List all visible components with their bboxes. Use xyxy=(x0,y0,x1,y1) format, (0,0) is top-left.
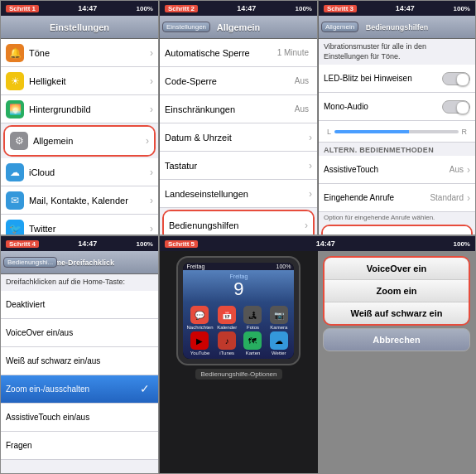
list-item-twitter[interactable]: 🐦 Twitter › xyxy=(1,215,158,235)
list-item-voiceover-opt[interactable]: VoiceOver ein/aus xyxy=(1,319,158,347)
assistivetouch-value: Aus xyxy=(450,165,464,174)
toene-icon: 🔔 xyxy=(6,44,24,62)
list-item-led[interactable]: LED-Blitz bei Hinweisen xyxy=(319,65,475,93)
mail-chevron: › xyxy=(150,195,153,206)
assistive-opt-label: AssistiveTouch ein/aus xyxy=(6,413,153,422)
app-karten[interactable]: 🗺 Karten xyxy=(241,331,265,356)
battery-4: 100% xyxy=(137,240,153,248)
list-item-assistivetouch[interactable]: AssistiveTouch Aus › xyxy=(319,156,475,184)
action-sheet-area: VoiceOver ein Zoom ein Weiß auf schwarz … xyxy=(318,251,475,473)
step-label-5: Schritt 5 xyxy=(165,240,198,248)
twitter-icon: 🐦 xyxy=(6,220,24,235)
list-item-helligkeit[interactable]: ☀ Helligkeit › xyxy=(1,67,158,95)
nav-title-2: Allgemein xyxy=(217,22,261,32)
tastatur-chevron: › xyxy=(309,160,312,172)
date-num: 9 xyxy=(190,279,287,299)
status-bar-1: Schritt 1 14:47 100% xyxy=(1,1,158,16)
list-item-toene[interactable]: 🔔 Töne › xyxy=(1,39,158,67)
app-kalender[interactable]: 📅 Kalender xyxy=(215,306,239,330)
mail-label: Mail, Kontakte, Kalender xyxy=(29,196,150,206)
list-item-fragen[interactable]: Fragen xyxy=(1,432,158,460)
list-item-assistive-opt[interactable]: AssistiveTouch ein/aus xyxy=(1,404,158,432)
nav-bar-3: Allgemein Bedienungshilfen xyxy=(319,16,475,39)
toene-label: Töne xyxy=(29,48,150,58)
landes-chevron: › xyxy=(309,188,312,200)
list-item-landes[interactable]: Landeseinstellungen › xyxy=(160,180,317,208)
nav-back-3[interactable]: Allgemein xyxy=(321,22,358,32)
list-item-hintergrundbild[interactable]: 🌅 Hintergrundbild › xyxy=(1,95,158,123)
phone-status-time: Freitag xyxy=(186,264,204,269)
voiceover-btn[interactable]: VoiceOver ein xyxy=(325,258,469,280)
altern-header: Altern. Bedienmethoden xyxy=(319,143,475,156)
app-youtube[interactable]: ▶ YouTube xyxy=(186,331,213,356)
app-kalender-icon: 📅 xyxy=(218,306,236,324)
list-item-datumuhrzeit[interactable]: Datum & Uhrzeit › xyxy=(160,123,317,152)
cancel-btn[interactable]: Abbrechen xyxy=(323,328,470,351)
list-item-bedienungshilfen[interactable]: Bedienungshilfen › xyxy=(164,211,313,235)
time-3: 14:47 xyxy=(396,4,415,12)
nav-back-4[interactable]: Bedienungshi... xyxy=(3,257,57,268)
nav-back-label-4: Bedienungshi... xyxy=(7,259,53,266)
nav-back-2[interactable]: Einstellungen xyxy=(162,22,210,32)
app-nachrichten[interactable]: 💬 Nachrichten xyxy=(186,306,213,330)
voiceover-opt-label: VoiceOver ein/aus xyxy=(6,328,153,337)
app-fotos[interactable]: 🏞 Fotos xyxy=(241,306,265,330)
list-item-autosperre[interactable]: Automatische Sperre 1 Minute xyxy=(160,39,317,67)
battery-2: 100% xyxy=(296,5,312,12)
battery-5: 100% xyxy=(454,240,470,248)
list-item-einschraenkungen[interactable]: Einschränkungen Aus xyxy=(160,95,317,123)
twitter-label: Twitter xyxy=(29,224,150,234)
deaktiviert-label: Deaktiviert xyxy=(6,300,153,309)
datumuhrzeit-label: Datum & Uhrzeit xyxy=(165,133,309,143)
zoom-btn[interactable]: Zoom ein xyxy=(325,280,469,302)
list-item-weissauf[interactable]: Weiß auf schwarz ein/aus xyxy=(1,347,158,375)
screen-4: Schritt 4 14:47 100% Bedienungshi... Hom… xyxy=(0,235,159,474)
nav-bar-4: Bedienungshi... Home-Dreifachklick xyxy=(1,251,158,274)
list-section-1: 🔔 Töne › ☀ Helligkeit › 🌅 Hintergrundbil… xyxy=(1,39,158,235)
screen-3: Schritt 3 14:47 100% Allgemein Bedienung… xyxy=(318,0,476,235)
app-wetter-label: Wetter xyxy=(272,351,286,356)
nav-bar-2: Einstellungen Allgemein xyxy=(160,16,317,39)
app-kalender-label: Kalender xyxy=(217,325,237,330)
list-item-mono[interactable]: Mono-Audio xyxy=(319,93,475,121)
list-item-deaktiviert[interactable]: Deaktiviert xyxy=(1,291,158,319)
option-desc: Option für eingehende Anrufe wählen. xyxy=(319,212,475,223)
nav-back-label-3: Allgemein xyxy=(325,23,354,31)
einschraenkungen-value: Aus xyxy=(295,104,309,114)
assistivetouch-label: AssistiveTouch xyxy=(324,165,450,174)
app-wetter[interactable]: ☁ Wetter xyxy=(267,331,291,356)
icloud-label: iCloud xyxy=(29,167,150,177)
datumuhrzeit-chevron: › xyxy=(309,132,312,143)
audio-slider[interactable] xyxy=(334,130,458,133)
screen-5: Schritt 5 14:47 100% Freitag 100% xyxy=(159,235,476,474)
list-item-mail[interactable]: ✉ Mail, Kontakte, Kalender › xyxy=(1,186,158,215)
home-desc: Dreifachklicken auf die Home-Taste: xyxy=(1,274,158,291)
action-oval-group: VoiceOver ein Zoom ein Weiß auf schwarz … xyxy=(323,256,470,326)
status-bar-4: Schritt 4 14:47 100% xyxy=(1,236,158,251)
list-section-3: Vibrationsmuster für alle in den Einstel… xyxy=(319,39,475,235)
allgemein-icon: ⚙ xyxy=(10,132,28,150)
app-kamera[interactable]: 📷 Kamera xyxy=(267,306,291,330)
list-section-2: Automatische Sperre 1 Minute Code-Sperre… xyxy=(160,39,317,235)
nav-title-1: Einstellungen xyxy=(50,22,109,32)
list-item-icloud[interactable]: ☁ iCloud › xyxy=(1,158,158,186)
list-item-tastatur[interactable]: Tastatur › xyxy=(160,152,317,180)
app-youtube-icon: ▶ xyxy=(190,331,209,350)
app-fotos-label: Fotos xyxy=(247,325,259,330)
hintergrundbild-icon: 🌅 xyxy=(6,100,24,118)
mono-toggle[interactable] xyxy=(442,100,470,114)
list-item-zoom[interactable]: Zoom ein-/ausschalten ✓ xyxy=(1,375,158,404)
einschraenkungen-label: Einschränkungen xyxy=(165,104,295,114)
app-itunes[interactable]: ♪ iTunes xyxy=(215,331,239,356)
step-label-3: Schritt 3 xyxy=(324,5,357,12)
list-item-codesperre[interactable]: Code-Sperre Aus xyxy=(160,67,317,95)
weissauf-btn[interactable]: Weiß auf schwarz ein xyxy=(325,302,469,324)
app-kamera-label: Kamera xyxy=(270,325,287,330)
list-item-home[interactable]: Home-Dreifachklick Deaktiviert › xyxy=(323,226,471,235)
list-item-allgemein[interactable]: ⚙ Allgemein › xyxy=(5,127,154,155)
led-label: LED-Blitz bei Hinweisen xyxy=(324,74,442,83)
led-toggle[interactable] xyxy=(442,72,470,85)
list-item-eingehende[interactable]: Eingehende Anrufe Standard › xyxy=(319,184,475,212)
slider-l-label: L xyxy=(327,128,331,136)
codesperre-value: Aus xyxy=(295,76,309,85)
